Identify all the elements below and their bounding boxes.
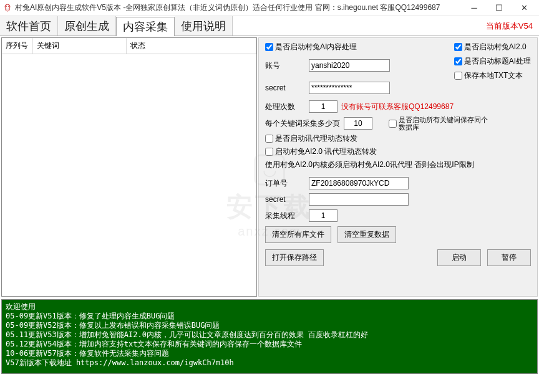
chk-ai20-proxy[interactable]: 启动村兔AI2.0 讯代理动态转发 bbox=[265, 146, 531, 157]
clear-dup-button[interactable]: 清空重复数据 bbox=[337, 226, 396, 243]
order-input[interactable] bbox=[309, 177, 409, 189]
count-input[interactable] bbox=[309, 100, 337, 113]
open-path-button[interactable]: 打开保存路径 bbox=[265, 249, 324, 266]
secret2-input[interactable] bbox=[309, 193, 409, 206]
app-icon bbox=[2, 3, 12, 13]
version-label: 当前版本V54 bbox=[486, 21, 533, 32]
col-serial[interactable]: 序列号 bbox=[2, 38, 33, 54]
col-keyword[interactable]: 关键词 bbox=[33, 38, 127, 54]
secret1-label: secret bbox=[265, 84, 305, 92]
chk-title-ai[interactable]: 是否启动标题AI处理 bbox=[454, 56, 531, 67]
threads-label: 采集线程 bbox=[265, 211, 305, 221]
account-label: 账号 bbox=[265, 60, 305, 71]
tab-generate[interactable]: 原创生成 bbox=[58, 16, 116, 36]
minimize-button[interactable]: ─ bbox=[462, 1, 487, 15]
no-account-hint: 没有账号可联系客服QQ12499687 bbox=[341, 102, 454, 112]
clear-lib-button[interactable]: 清空所有库文件 bbox=[265, 226, 331, 243]
close-button[interactable]: ✕ bbox=[512, 1, 537, 15]
tab-home[interactable]: 软件首页 bbox=[0, 16, 58, 36]
svg-point-2 bbox=[8, 6, 9, 7]
secret2-label: secret bbox=[265, 195, 305, 204]
log-area[interactable]: 欢迎使用 05-09更新V51版本：修复了处理内容生成BUG问题 05-09更新… bbox=[1, 299, 538, 374]
titlebar: 村兔AI原创内容生成软件V5版本 -全网独家原创算法（非近义词伪原创）适合任何行… bbox=[0, 0, 539, 16]
start-button[interactable]: 启动 bbox=[437, 249, 481, 266]
chk-save-txt[interactable]: 保存本地TXT文本 bbox=[454, 70, 531, 81]
account-input[interactable] bbox=[309, 59, 390, 72]
svg-point-0 bbox=[5, 4, 10, 9]
chk-all-keyword-db[interactable]: 是否启动所有关键词保存同个数据库 bbox=[389, 116, 488, 131]
order-label: 订单号 bbox=[265, 178, 305, 189]
tab-help[interactable]: 使用说明 bbox=[175, 16, 233, 36]
pages-label: 每个关键词采集多少页 bbox=[265, 118, 340, 129]
window-title: 村兔AI原创内容生成软件V5版本 -全网独家原创算法（非近义词伪原创）适合任何行… bbox=[15, 2, 462, 13]
ai20-note: 使用村兔AI2.0内核必须启动村兔AI2.0讯代理 否则会出现IP限制 bbox=[265, 160, 531, 170]
chk-proxy-forward[interactable]: 是否启动讯代理动态转发 bbox=[265, 133, 531, 144]
maximize-button[interactable]: ☐ bbox=[487, 1, 512, 15]
chk-ai-content[interactable]: 是否启动村兔AI内容处理 bbox=[265, 42, 442, 52]
col-status[interactable]: 状态 bbox=[127, 38, 256, 54]
secret1-input[interactable] bbox=[309, 82, 390, 94]
tab-bar: 软件首页 原创生成 内容采集 使用说明 当前版本V54 bbox=[0, 16, 539, 36]
settings-panel: 是否启动村兔AI内容处理 账号 secret 是否启动村兔AI2.0 是否启动标… bbox=[258, 37, 538, 297]
chk-ai20[interactable]: 是否启动村兔AI2.0 bbox=[454, 42, 531, 52]
table-body[interactable] bbox=[2, 54, 256, 296]
keyword-table: 序列号 关键词 状态 bbox=[1, 37, 257, 297]
threads-input[interactable] bbox=[309, 209, 337, 222]
pages-input[interactable] bbox=[344, 117, 372, 130]
tab-collect[interactable]: 内容采集 bbox=[116, 17, 175, 36]
svg-point-1 bbox=[6, 6, 7, 7]
count-label: 处理次数 bbox=[265, 102, 305, 112]
pause-button[interactable]: 暂停 bbox=[487, 249, 531, 266]
